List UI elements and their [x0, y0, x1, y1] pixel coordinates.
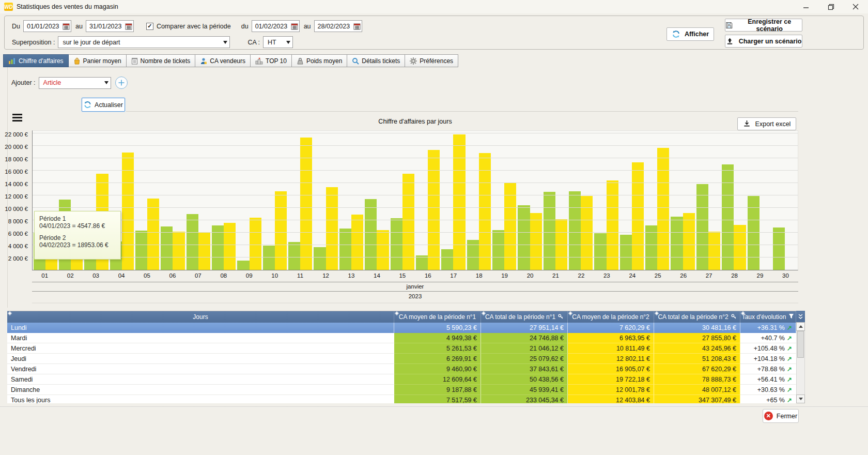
- add-button[interactable]: [115, 77, 128, 89]
- gridline: [33, 232, 798, 233]
- bar-periode1-20[interactable]: [518, 205, 530, 270]
- table-row-lundi[interactable]: Lundi5 590,23 €27 951,14 €7 620,29 €30 4…: [7, 323, 796, 333]
- chart-x-axis: 0102030405060708091011121314151617181920…: [32, 272, 798, 279]
- bar-periode1-10[interactable]: [263, 246, 275, 270]
- bar-periode1-22[interactable]: [569, 191, 581, 270]
- filter-funnel-icon[interactable]: [788, 313, 794, 321]
- bar-periode2-16[interactable]: [428, 150, 440, 270]
- superposition-label: Superposition :: [12, 39, 55, 46]
- column-header-5[interactable]: Taux d'évolution: [740, 311, 796, 323]
- bar-periode2-10[interactable]: [275, 191, 287, 270]
- actualiser-button[interactable]: Actualiser: [82, 98, 125, 112]
- tab-ca-vendeurs[interactable]: CA vendeurs: [195, 54, 251, 67]
- bar-periode1-19[interactable]: [492, 230, 504, 270]
- bar-periode1-06[interactable]: [161, 226, 173, 270]
- period2-end-field[interactable]: 28/02/2023: [314, 20, 362, 32]
- bar-periode2-17[interactable]: [453, 134, 465, 270]
- bar-periode2-06[interactable]: [173, 232, 184, 270]
- bar-periode2-09[interactable]: [250, 218, 261, 270]
- scrollbar-thumb[interactable]: [797, 331, 804, 358]
- bar-periode1-24[interactable]: [620, 235, 632, 270]
- table-options-header[interactable]: [796, 311, 805, 322]
- bar-periode1-05[interactable]: [135, 231, 147, 270]
- tab-panier-moyen[interactable]: Panier moyen: [69, 54, 127, 67]
- scroll-up-button[interactable]: [796, 322, 805, 331]
- bar-group-05: [134, 131, 160, 270]
- bar-periode2-08[interactable]: [224, 223, 236, 270]
- bar-periode1-14[interactable]: [365, 199, 377, 270]
- bar-periode1-12[interactable]: [314, 247, 326, 270]
- export-excel-button[interactable]: Export excel: [737, 117, 796, 130]
- ajouter-select[interactable]: Article: [39, 77, 111, 89]
- cell-value: +65 %↗: [740, 395, 796, 403]
- bar-group-27: [695, 131, 721, 270]
- tab-d-tails-tickets[interactable]: Détails tickets: [347, 54, 405, 67]
- table-row-jeudi[interactable]: Jeudi6 269,91 €25 079,62 €12 802,11 €51 …: [7, 354, 796, 364]
- tab-pr-f-rences[interactable]: Préférences: [405, 54, 458, 67]
- superposition-value: sur le jour de départ: [63, 39, 120, 46]
- save-scenario-button[interactable]: Enregistrer ce scénario: [725, 19, 802, 32]
- x-tick-label: 04: [109, 272, 134, 279]
- column-header-3[interactable]: CA moyen de la période n°2: [568, 311, 654, 323]
- y-tick-label: 8 000 €: [8, 218, 28, 224]
- bar-periode2-05[interactable]: [147, 199, 159, 270]
- scrollbar-track[interactable]: [796, 331, 805, 395]
- bar-periode1-26[interactable]: [671, 217, 683, 270]
- du2-label: du: [241, 23, 249, 30]
- table-row-vendredi[interactable]: Vendredi9 460,90 €37 843,61 €16 905,07 €…: [7, 364, 796, 374]
- tab-nombre-de-tickets[interactable]: Nombre de tickets: [127, 54, 196, 67]
- bar-periode1-30[interactable]: [773, 228, 785, 270]
- bar-periode1-21[interactable]: [544, 192, 555, 270]
- chart-menu-icon[interactable]: [12, 114, 22, 122]
- bar-periode2-20[interactable]: [530, 213, 542, 270]
- table-row-dimanche[interactable]: Dimanche9 187,88 €45 939,41 €12 001,78 €…: [7, 385, 796, 395]
- cell-text: 25 079,62 €: [530, 355, 564, 362]
- scroll-down-button[interactable]: [796, 395, 805, 403]
- table-row-tous-les-jours[interactable]: Tous les jours7 517,59 €233 045,34 €12 4…: [7, 395, 796, 403]
- bar-periode1-07[interactable]: [187, 214, 198, 270]
- tab-poids-moyen[interactable]: Poids moyen: [292, 54, 347, 67]
- column-header-jours[interactable]: Jours: [7, 311, 394, 323]
- restore-icon[interactable]: [818, 0, 843, 13]
- ca-select[interactable]: HT: [263, 36, 293, 48]
- column-header-2[interactable]: CA total de la période n°1: [481, 311, 568, 323]
- bar-periode1-09[interactable]: [237, 261, 249, 270]
- close-icon[interactable]: [843, 0, 868, 13]
- fermer-button[interactable]: ✕ Fermer: [763, 409, 799, 423]
- bar-periode2-26[interactable]: [683, 213, 695, 270]
- bar-periode2-12[interactable]: [326, 187, 338, 270]
- bar-periode1-13[interactable]: [339, 229, 351, 270]
- column-header-1[interactable]: CA moyen de la période n°1: [394, 311, 481, 323]
- table-row-mardi[interactable]: Mardi4 949,38 €24 746,88 €6 963,95 €27 8…: [7, 333, 796, 343]
- period1-end-field[interactable]: 31/01/2023: [86, 20, 134, 32]
- period2-start-field[interactable]: 01/02/2023: [252, 20, 300, 32]
- bar-periode1-23[interactable]: [594, 233, 606, 270]
- bar-periode2-07[interactable]: [198, 232, 210, 270]
- cell-jour: Tous les jours: [7, 395, 394, 403]
- bar-periode2-13[interactable]: [351, 215, 363, 270]
- bar-periode2-15[interactable]: [402, 174, 414, 270]
- afficher-label: Afficher: [685, 31, 709, 38]
- tab-top-10[interactable]: TOP 10: [251, 54, 292, 67]
- tab-chiffre-d-affaires[interactable]: Chiffre d'affaires: [3, 54, 69, 67]
- bar-periode1-28[interactable]: [722, 164, 734, 270]
- close-red-icon: ✕: [764, 412, 773, 420]
- compare-checkbox[interactable]: ✓: [146, 23, 153, 30]
- period1-start-field[interactable]: 01/01/2023: [23, 20, 71, 32]
- bar-periode1-16[interactable]: [416, 255, 428, 270]
- bar-periode2-14[interactable]: [377, 230, 389, 270]
- bar-periode1-17[interactable]: [441, 249, 453, 270]
- table-row-samedi[interactable]: Samedi12 609,64 €50 438,56 €19 722,18 €7…: [7, 374, 796, 385]
- superposition-select[interactable]: sur le jour de départ: [58, 36, 230, 48]
- load-scenario-button[interactable]: Charger un scénario: [725, 35, 802, 48]
- minimize-icon[interactable]: [794, 0, 818, 13]
- bar-periode2-25[interactable]: [657, 148, 669, 270]
- bar-periode1-11[interactable]: [288, 242, 300, 270]
- bar-periode2-24[interactable]: [632, 162, 644, 270]
- chart-bars: [33, 131, 798, 270]
- bar-periode1-15[interactable]: [391, 218, 402, 270]
- table-row-mercredi[interactable]: Mercredi5 261,53 €21 046,12 €10 811,49 €…: [7, 343, 796, 354]
- afficher-button[interactable]: Afficher: [667, 27, 714, 41]
- column-header-4[interactable]: CA total de la période n°2: [654, 311, 740, 323]
- bar-periode2-27[interactable]: [708, 232, 720, 270]
